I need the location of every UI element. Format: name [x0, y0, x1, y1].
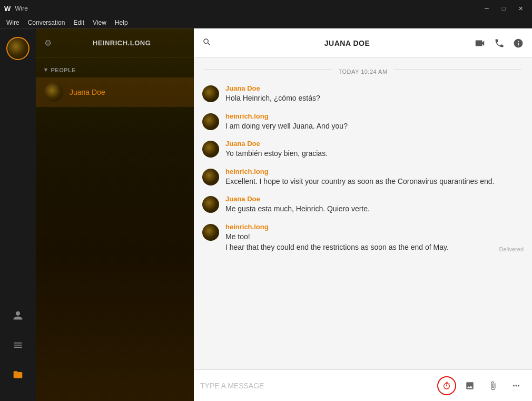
more-icon[interactable] — [507, 376, 526, 395]
search-icon[interactable] — [202, 37, 212, 49]
menu-icon[interactable] — [8, 336, 27, 355]
msg-text: Me gusta esta much, Heinrich. Quiero ver… — [225, 204, 524, 214]
msg-content: heinrich.long Excellent. I hope to visit… — [225, 168, 524, 187]
conversation-panel: ⚙ HEINRICH.LONG ▾ PEOPLE Juana Doe — [36, 28, 194, 401]
msg-text: I am doing very well Juana. And you? — [225, 121, 524, 132]
chat-header: JUANA DOE — [194, 28, 532, 58]
sidebar-bottom-icons — [8, 306, 27, 393]
msg-avatar — [202, 224, 219, 241]
menu-conversation[interactable]: Conversation — [24, 17, 70, 28]
msg-content: Juana Doe Hola Heinrich, ¿cómo estás? — [225, 84, 524, 104]
main-layout: ⚙ HEINRICH.LONG ▾ PEOPLE Juana Doe JUANA… — [0, 28, 532, 401]
message-group: Juana Doe Hola Heinrich, ¿cómo estás? — [194, 80, 532, 108]
input-area — [194, 369, 532, 401]
folder-icon[interactable] — [8, 365, 27, 384]
icon-sidebar — [0, 28, 36, 401]
chat-area: JUANA DOE TODAY 10:24 AM — [194, 28, 532, 401]
attachment-icon[interactable] — [484, 376, 503, 395]
msg-content: Juana Doe Yo también estoy bien, gracias… — [225, 140, 524, 159]
contact-name: Juana Doe — [70, 88, 105, 96]
msg-sender: heinrich.long — [225, 223, 524, 231]
settings-icon[interactable]: ⚙ — [44, 38, 52, 48]
message-group: heinrich.long I am doing very well Juana… — [194, 108, 532, 136]
app-icon: W — [4, 5, 11, 13]
msg-sender: heinrich.long — [225, 168, 524, 175]
maximize-button[interactable]: □ — [496, 3, 511, 14]
msg-avatar — [202, 196, 219, 213]
msg-text-2: I hear that they could end the restricti… — [225, 242, 493, 253]
msg-text: Hola Heinrich, ¿cómo estás? — [225, 93, 524, 104]
contacts-icon[interactable] — [8, 306, 27, 325]
message-group: Juana Doe Yo también estoy bien, gracias… — [194, 135, 532, 163]
msg-text: Excellent. I hope to visit your country … — [225, 177, 524, 187]
close-button[interactable]: ✕ — [513, 3, 528, 14]
contact-avatar — [44, 83, 63, 102]
msg-text: Me too! — [225, 232, 524, 242]
people-label: PEOPLE — [51, 67, 76, 73]
window-controls: ─ □ ✕ — [479, 3, 528, 14]
msg-avatar — [202, 85, 219, 102]
conv-header: ⚙ HEINRICH.LONG — [36, 28, 194, 58]
menu-edit[interactable]: Edit — [69, 17, 88, 28]
chat-header-actions — [474, 37, 524, 49]
menu-bar: Wire Conversation Edit View Help — [0, 17, 532, 28]
title-bar-left: W Wire — [4, 5, 28, 13]
msg-sender: Juana Doe — [225, 140, 524, 148]
menu-help[interactable]: Help — [111, 17, 132, 28]
video-call-icon[interactable] — [474, 37, 486, 49]
msg-avatar — [202, 141, 219, 158]
user-avatar[interactable] — [6, 37, 29, 60]
msg-sender: Juana Doe — [225, 84, 524, 92]
window-title: Wire — [15, 5, 28, 12]
message-input[interactable] — [200, 382, 433, 390]
menu-wire[interactable]: Wire — [2, 17, 24, 28]
timer-icon[interactable] — [437, 376, 456, 395]
people-header[interactable]: ▾ PEOPLE — [36, 62, 194, 77]
chat-contact-name: JUANA DOE — [220, 39, 474, 47]
minimize-button[interactable]: ─ — [479, 3, 494, 14]
people-section: ▾ PEOPLE Juana Doe — [36, 58, 194, 111]
contact-juana-doe[interactable]: Juana Doe — [36, 77, 194, 107]
image-icon[interactable] — [460, 376, 479, 395]
info-icon[interactable] — [513, 38, 524, 48]
avatar-image — [7, 38, 28, 59]
phone-call-icon[interactable] — [494, 38, 505, 48]
msg-avatar — [202, 113, 219, 130]
msg-content: heinrich.long I am doing very well Juana… — [225, 112, 524, 132]
chevron-down-icon: ▾ — [44, 66, 48, 73]
msg-content: heinrich.long Me too! I hear that they c… — [225, 223, 524, 252]
message-group-last: heinrich.long Me too! I hear that they c… — [194, 219, 532, 257]
date-separator: TODAY 10:24 AM — [194, 58, 532, 80]
account-name: HEINRICH.LONG — [58, 39, 185, 47]
messages-area: TODAY 10:24 AM Juana Doe Hola Heinrich, … — [194, 58, 532, 369]
menu-view[interactable]: View — [88, 17, 111, 28]
msg-sender: heinrich.long — [225, 112, 524, 120]
input-actions — [437, 376, 526, 395]
message-group: heinrich.long Excellent. I hope to visit… — [194, 163, 532, 191]
msg-avatar — [202, 169, 219, 185]
msg-content: Juana Doe Me gusta esta much, Heinrich. … — [225, 195, 524, 214]
date-separator-text: TODAY 10:24 AM — [332, 69, 393, 75]
msg-delivered-status: Delivered — [493, 246, 524, 252]
msg-sender: Juana Doe — [225, 195, 524, 203]
message-group: Juana Doe Me gusta esta much, Heinrich. … — [194, 191, 532, 219]
msg-text: Yo también estoy bien, gracias. — [225, 149, 524, 159]
title-bar: W Wire ─ □ ✕ — [0, 0, 532, 17]
